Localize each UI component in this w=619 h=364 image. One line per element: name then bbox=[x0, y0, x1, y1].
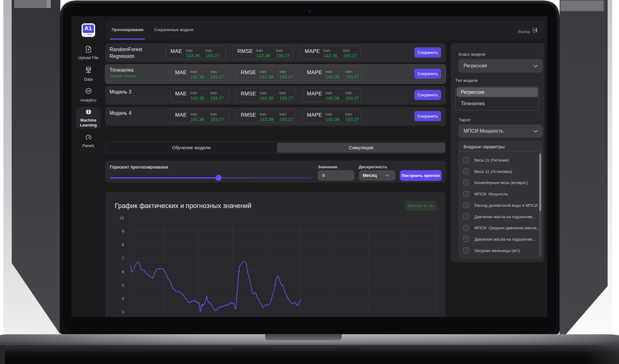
svg-text:8: 8 bbox=[122, 242, 124, 247]
svg-text:7: 7 bbox=[122, 256, 124, 261]
svg-text:6: 6 bbox=[122, 270, 124, 274]
svg-text:5: 5 bbox=[122, 283, 124, 288]
svg-text:10: 10 bbox=[120, 216, 124, 220]
svg-text:4: 4 bbox=[122, 296, 124, 301]
svg-text:3: 3 bbox=[122, 310, 124, 314]
svg-text:9: 9 bbox=[122, 229, 124, 234]
